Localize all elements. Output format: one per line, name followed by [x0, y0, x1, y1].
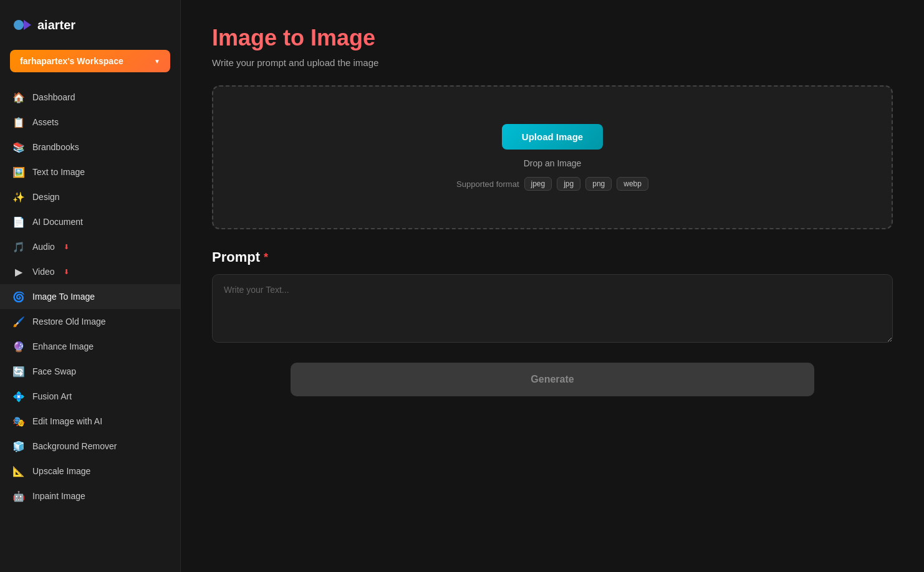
nav-icon-inpaint-image: 🤖 [12, 490, 25, 502]
workspace-button[interactable]: farhapartex's Workspace ▼ [10, 50, 170, 72]
prompt-textarea[interactable] [212, 274, 893, 343]
sidebar-item-assets[interactable]: 📋 Assets [0, 110, 180, 135]
sidebar-item-restore-old-image[interactable]: 🖌️ Restore Old Image [0, 309, 180, 334]
sidebar-item-design[interactable]: ✨ Design [0, 184, 180, 209]
required-star: * [264, 251, 268, 264]
svg-point-0 [14, 20, 24, 30]
sidebar-item-inpaint-image[interactable]: 🤖 Inpaint Image [0, 484, 180, 508]
nav-icon-fusion-art: 💠 [12, 390, 25, 403]
nav-list: 🏠 Dashboard 📋 Assets 📚 Brandbooks 🖼️ Tex… [0, 85, 180, 508]
nav-label-audio: Audio [32, 242, 55, 252]
logo-icon [12, 15, 32, 35]
nav-label-video: Video [32, 267, 55, 277]
format-badge-jpg: jpg [557, 177, 580, 191]
drop-text: Drop an Image [524, 158, 582, 168]
workspace-label: farhapartex's Workspace [20, 56, 123, 66]
format-label: Supported format [456, 179, 519, 189]
nav-label-inpaint-image: Inpaint Image [32, 491, 85, 501]
nav-icon-background-remover: 🧊 [12, 440, 25, 452]
logo-area: aiarter [0, 10, 180, 50]
format-badge-webp: webp [617, 177, 648, 191]
page-title: Image to Image [212, 25, 893, 51]
nav-icon-brandbooks: 📚 [12, 141, 25, 153]
sidebar-item-ai-document[interactable]: 📄 AI Document [0, 209, 180, 234]
nav-label-restore-old-image: Restore Old Image [32, 317, 106, 327]
sidebar-item-fusion-art[interactable]: 💠 Fusion Art [0, 384, 180, 409]
nav-label-image-to-image: Image To Image [32, 292, 95, 302]
nav-label-upscale-image: Upscale Image [32, 466, 90, 476]
nav-icon-ai-document: 📄 [12, 216, 25, 228]
nav-label-brandbooks: Brandbooks [32, 142, 79, 152]
nav-icon-face-swap: 🔄 [12, 365, 25, 378]
main-content: Image to Image Write your prompt and upl… [181, 0, 924, 572]
nav-icon-enhance-image: 🔮 [12, 340, 25, 353]
sidebar-item-face-swap[interactable]: 🔄 Face Swap [0, 359, 180, 384]
nav-label-text-to-image: Text to Image [32, 167, 85, 177]
nav-label-fusion-art: Fusion Art [32, 391, 72, 401]
nav-icon-text-to-image: 🖼️ [12, 166, 25, 178]
svg-marker-1 [24, 20, 31, 30]
sidebar-item-image-to-image[interactable]: 🌀 Image To Image [0, 284, 180, 309]
nav-label-assets: Assets [32, 117, 59, 127]
nav-icon-image-to-image: 🌀 [12, 290, 25, 303]
chevron-down-icon: ▼ [154, 58, 160, 65]
nav-icon-edit-image-with-ai: 🎭 [12, 415, 25, 427]
nav-label-ai-document: AI Document [32, 217, 83, 227]
sidebar-item-text-to-image[interactable]: 🖼️ Text to Image [0, 160, 180, 184]
nav-icon-dashboard: 🏠 [12, 91, 25, 103]
nav-icon-assets: 📋 [12, 116, 25, 128]
prompt-label: Prompt * [212, 249, 893, 265]
nav-icon-upscale-image: 📐 [12, 465, 25, 477]
sidebar-item-brandbooks[interactable]: 📚 Brandbooks [0, 135, 180, 160]
nav-label-background-remover: Background Remover [32, 441, 117, 451]
nav-label-enhance-image: Enhance Image [32, 341, 94, 351]
sidebar-item-enhance-image[interactable]: 🔮 Enhance Image [0, 334, 180, 359]
nav-icon-audio: 🎵 [12, 241, 25, 253]
sidebar-item-audio[interactable]: 🎵 Audio ⬇ [0, 234, 180, 259]
logo-text: aiarter [37, 18, 75, 32]
nav-label-dashboard: Dashboard [32, 92, 75, 102]
sidebar-item-video[interactable]: ▶ Video ⬇ [0, 259, 180, 284]
nav-icon-restore-old-image: 🖌️ [12, 315, 25, 328]
format-row: Supported format jpeg jpg png webp [456, 177, 648, 191]
upload-image-button[interactable]: Upload Image [502, 124, 603, 150]
generate-button[interactable]: Generate [291, 363, 814, 396]
nav-icon-design: ✨ [12, 191, 25, 203]
prompt-label-text: Prompt [212, 249, 260, 265]
nav-badge-audio: ⬇ [64, 243, 69, 251]
sidebar: aiarter farhapartex's Workspace ▼ 🏠 Dash… [0, 0, 181, 572]
sidebar-item-upscale-image[interactable]: 📐 Upscale Image [0, 459, 180, 484]
nav-badge-video: ⬇ [64, 268, 69, 276]
nav-label-design: Design [32, 192, 60, 202]
nav-label-face-swap: Face Swap [32, 366, 76, 376]
prompt-section: Prompt * [212, 249, 893, 345]
sidebar-item-dashboard[interactable]: 🏠 Dashboard [0, 85, 180, 110]
nav-label-edit-image-with-ai: Edit Image with AI [32, 416, 102, 426]
format-badge-png: png [585, 177, 612, 191]
sidebar-item-edit-image-with-ai[interactable]: 🎭 Edit Image with AI [0, 409, 180, 434]
upload-zone[interactable]: Upload Image Drop an Image Supported for… [212, 85, 893, 229]
sidebar-item-background-remover[interactable]: 🧊 Background Remover [0, 434, 180, 459]
format-badge-jpeg: jpeg [524, 177, 552, 191]
page-subtitle: Write your prompt and upload the image [212, 57, 893, 68]
nav-icon-video: ▶ [12, 265, 25, 278]
